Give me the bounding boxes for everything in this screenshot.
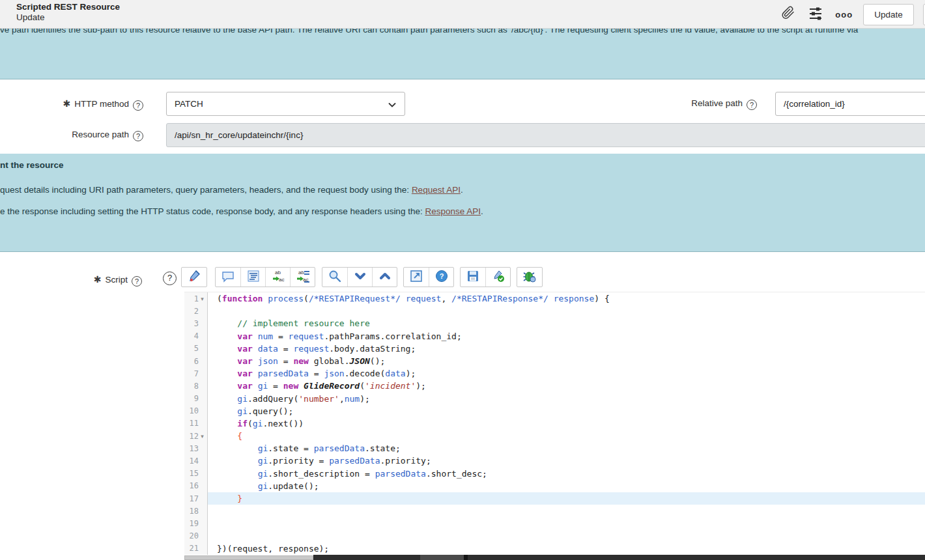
search-icon [328,270,341,285]
line-number: 16 [190,481,199,490]
http-method-label: ✱HTTP method? [0,98,143,111]
bug-icon [522,269,537,286]
help-icon[interactable]: ? [133,131,143,141]
save-icon [466,270,479,285]
code-line[interactable]: var gi = new GlideRecord('incident'); [208,380,925,392]
find-previous-button[interactable] [372,268,397,287]
line-number: 19 [190,519,199,528]
code-line[interactable]: var num = request.pathParams.correlation… [208,330,925,343]
svg-text:?: ? [439,272,444,280]
code-line[interactable] [208,517,925,529]
http-method-select[interactable]: PATCH [166,92,405,116]
replace-button[interactable]: abac [265,268,290,287]
code-line[interactable]: gi.update(); [208,480,925,492]
save-button[interactable] [461,268,485,287]
line-number: 12 [190,432,199,441]
search-button[interactable] [322,268,347,287]
annotation-paragraph-1: quest details including URI path paramet… [0,185,463,195]
toolbar-group-search [322,267,397,287]
fold-toggle-icon[interactable]: ▾ [199,433,206,440]
form-title-block: Scripted REST Resource Update [16,2,120,23]
horizontal-scrollbar-thumb[interactable] [184,555,313,560]
attachment-button[interactable] [779,5,797,23]
code-line[interactable]: var data = request.body.dataString; [208,343,925,355]
relative-path-annotation: ve path identifies the sub-path to this … [0,29,925,79]
toggle-comment-button[interactable] [216,268,240,287]
personalize-form-button[interactable] [806,5,825,23]
line-number: 6 [194,357,199,366]
code-line[interactable]: })(request, response); [208,542,925,555]
sliders-icon [808,5,823,23]
chevron-down-icon [388,100,397,111]
code-line[interactable] [208,305,925,317]
svg-text:ab: ab [275,270,281,275]
toolbar-group-window: ? [403,267,454,287]
update-button[interactable]: Update [863,4,914,25]
required-icon: ✱ [94,274,102,285]
fold-toggle-icon[interactable]: ▾ [199,296,206,302]
help-icon[interactable]: ? [132,276,142,287]
format-lines-icon [247,270,260,285]
code-line[interactable]: var json = new global.JSON(); [208,355,925,367]
script-help-button[interactable]: ? [163,272,177,285]
relative-path-input[interactable] [775,92,925,116]
code-line[interactable] [208,505,925,517]
line-number: 1 [194,294,199,303]
paperclip-icon [780,5,796,23]
editor-help-button[interactable]: ? [429,268,453,287]
code-line[interactable]: { [208,430,925,442]
script-code-editor[interactable]: 1▾23456789101112▾131415161718192021 (fun… [184,292,925,555]
syntax-pen-icon [188,270,201,285]
code-line[interactable]: gi.addQuery('number',num); [208,393,925,405]
help-filled-icon: ? [435,270,448,285]
replace-all-button[interactable]: abac [290,268,315,287]
required-icon: ✱ [63,98,70,109]
line-number: 5 [194,344,199,353]
code-line[interactable]: var parsedData = json.decode(data); [208,367,925,380]
popout-icon [410,270,423,285]
line-number: 9 [194,394,199,403]
open-in-new-window-button[interactable] [404,268,429,287]
chevron-up-icon [379,270,391,285]
annotation-text: ve path identifies the sub-path to this … [0,29,925,35]
line-number: 11 [190,419,199,428]
toolbar-group-save [460,267,511,287]
code-line[interactable]: gi.query(); [208,405,925,417]
script-debugger-button[interactable] [517,268,542,287]
resource-path-label: Resource path? [0,130,143,141]
comment-bubble-icon [221,270,235,285]
replace-all-icon: abac [296,269,310,286]
request-api-link[interactable]: Request API [412,185,461,195]
code-line[interactable]: // implement resource here [208,317,925,329]
help-icon[interactable]: ? [133,100,143,111]
line-number: 20 [190,531,199,540]
code-line[interactable]: if(gi.next()) [208,417,925,430]
find-next-button[interactable] [347,268,372,287]
resource-path-readonly-field: /api/sn_hr_core/updateinchr/{inc} [166,123,925,147]
more-options-button[interactable]: ooo [834,10,854,20]
format-code-button[interactable] [240,268,265,287]
line-number: 2 [194,307,199,316]
svg-text:ab: ab [298,270,304,275]
syntax-check-button[interactable] [485,268,510,287]
page-title: Scripted REST Resource [16,2,120,12]
svg-text:ac: ac [279,277,284,283]
code-line[interactable]: gi.priority = parsedData.priority; [208,455,925,467]
code-line[interactable]: gi.state = parsedData.state; [208,442,925,455]
http-method-value: PATCH [175,99,203,109]
line-number: 3 [194,319,199,328]
line-number: 8 [194,382,199,391]
code-lines[interactable]: (function process(/*RESTAPIRequest*/ req… [208,292,925,555]
code-line[interactable]: } [208,492,925,505]
check-pen-icon [492,270,505,285]
code-line[interactable] [208,530,925,542]
help-icon[interactable]: ? [747,100,757,110]
toggle-syntax-editor-button[interactable] [182,268,206,287]
response-api-link[interactable]: Response API [425,206,481,216]
line-number: 18 [190,507,199,516]
line-number: 13 [190,444,199,453]
line-number: 17 [190,494,199,503]
code-line[interactable]: gi.short_description = parsedData.short_… [208,468,925,480]
line-number: 21 [190,544,199,553]
code-line[interactable]: (function process(/*RESTAPIRequest*/ req… [208,292,925,305]
